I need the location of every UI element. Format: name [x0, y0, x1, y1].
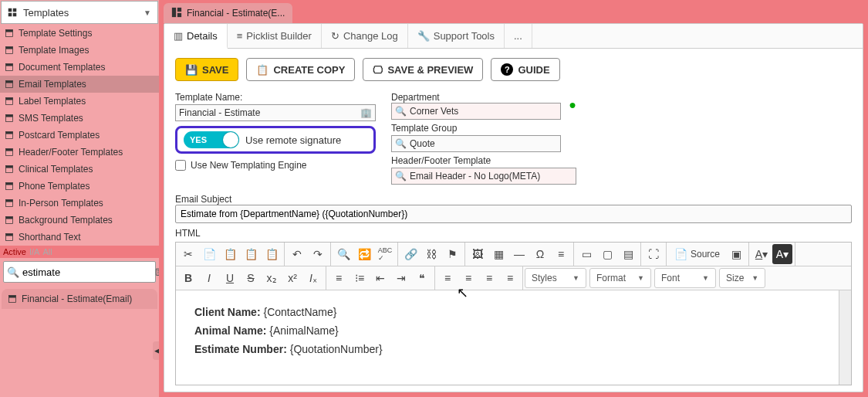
subtab-1[interactable]: ≡Picklist Builder	[228, 24, 322, 48]
font-dropdown[interactable]: Font▼	[654, 268, 716, 288]
save-preview-button[interactable]: 🖵SAVE & PREVIEW	[363, 58, 483, 81]
show-blocks-icon[interactable]: ▣	[726, 244, 746, 264]
search-box[interactable]: 🔍 ⌨	[3, 261, 156, 283]
find-icon[interactable]: 🔍	[333, 244, 353, 264]
styles-dropdown[interactable]: Styles▼	[525, 268, 586, 288]
svg-rect-29	[6, 234, 13, 236]
filter-active[interactable]: Active	[3, 247, 26, 256]
subtab-2[interactable]: ↻Change Log	[322, 24, 408, 48]
subject-input[interactable]	[175, 205, 852, 223]
chevron-down-icon: ▼	[144, 8, 151, 17]
italic-icon[interactable]: I	[199, 268, 219, 288]
hr-icon[interactable]: ―	[509, 244, 529, 264]
remove-format-icon[interactable]: Iₓ	[303, 268, 323, 288]
format-dropdown[interactable]: Format▼	[589, 268, 651, 288]
search-result[interactable]: Financial - Estimate(Email)	[2, 289, 157, 309]
sidebar-item-0[interactable]: Template Settings	[0, 25, 159, 42]
sidebar-item-7[interactable]: Header/Footer Templates	[0, 144, 159, 161]
template-item-icon	[5, 114, 14, 123]
sidebar: Templates ▼ Template SettingsTemplate Im…	[0, 0, 159, 397]
hf-field[interactable]: 🔍 Email Header - No Logo(META)	[391, 168, 576, 185]
underline-icon[interactable]: U	[220, 268, 240, 288]
pagebreak-icon[interactable]: ≡	[551, 244, 571, 264]
link-icon[interactable]: 🔗	[400, 244, 420, 264]
superscript-icon[interactable]: x²	[282, 268, 302, 288]
size-dropdown[interactable]: Size▼	[719, 268, 765, 288]
add-department-button[interactable]: ●	[569, 98, 576, 112]
filter-all[interactable]: All	[42, 247, 52, 256]
sidebar-item-11[interactable]: Background Templates	[0, 212, 159, 229]
template-name-field[interactable]: Financial - Estimate 🏢	[175, 104, 376, 121]
numbered-list-icon[interactable]: ≡	[329, 268, 349, 288]
template-icon[interactable]: ▤	[618, 244, 638, 264]
guide-button[interactable]: ?GUIDE	[491, 58, 559, 81]
sidebar-item-3[interactable]: Email Templates	[0, 76, 159, 93]
anchor-icon[interactable]: ⚑	[442, 244, 462, 264]
file-tab[interactable]: Financial - Estimate(E...	[164, 3, 292, 23]
sidebar-item-1[interactable]: Template Images	[0, 42, 159, 59]
paste-word-icon[interactable]: 📋	[262, 244, 282, 264]
sidebar-header[interactable]: Templates ▼	[1, 1, 158, 24]
spellcheck-icon[interactable]: ABC✓	[375, 244, 395, 264]
search-input[interactable]	[19, 265, 155, 280]
template-item-icon	[5, 63, 14, 72]
bg-color-icon[interactable]: A▾	[772, 244, 792, 264]
group-field[interactable]: 🔍 Quote	[391, 135, 561, 152]
template-item-icon	[5, 182, 14, 191]
filter-ia[interactable]: I/A	[29, 247, 39, 256]
paste-icon[interactable]: 📋	[220, 244, 240, 264]
subtab-0[interactable]: ▥Details	[164, 24, 228, 49]
justify-icon[interactable]: ≡	[500, 268, 520, 288]
subscript-icon[interactable]: x₂	[262, 268, 282, 288]
special-char-icon[interactable]: Ω	[530, 244, 550, 264]
sidebar-item-9[interactable]: Phone Templates	[0, 178, 159, 195]
unlink-icon[interactable]: ⛓	[421, 244, 441, 264]
subtab-4[interactable]: ...	[505, 24, 532, 48]
copy-icon[interactable]: 📄	[199, 244, 219, 264]
sidebar-item-4[interactable]: Label Templates	[0, 93, 159, 110]
department-field[interactable]: 🔍 Corner Vets	[391, 103, 561, 120]
maximize-icon[interactable]: ⛶	[643, 244, 664, 264]
outdent-icon[interactable]: ⇤	[370, 268, 390, 288]
svg-rect-23	[6, 183, 13, 185]
sidebar-item-2[interactable]: Document Templates	[0, 59, 159, 76]
text-color-icon[interactable]: A▾	[751, 244, 772, 264]
align-left-icon[interactable]: ≡	[437, 268, 458, 288]
strike-icon[interactable]: S	[241, 268, 261, 288]
blockquote-icon[interactable]: ❝	[412, 268, 432, 288]
editor-content[interactable]: Client Name: {ContactName} Animal Name: …	[176, 290, 839, 385]
source-button[interactable]: 📄Source	[669, 244, 725, 264]
iframe-icon[interactable]: ▢	[597, 244, 617, 264]
sidebar-item-12[interactable]: Shorthand Text	[0, 229, 159, 246]
undo-icon[interactable]: ↶	[287, 244, 307, 264]
sidebar-item-10[interactable]: In-Person Templates	[0, 195, 159, 212]
template-item-icon	[5, 148, 14, 157]
bold-icon[interactable]: B	[178, 268, 198, 288]
toggle-label: Use remote signature	[245, 134, 341, 146]
redo-icon[interactable]: ↷	[308, 244, 328, 264]
sidebar-item-5[interactable]: SMS Templates	[0, 110, 159, 127]
new-engine-checkbox[interactable]	[175, 160, 186, 171]
bullet-list-icon[interactable]: ⁝≡	[350, 268, 370, 288]
image-icon[interactable]: 🖼	[468, 244, 488, 264]
remote-signature-toggle[interactable]: YES	[184, 131, 239, 148]
indent-icon[interactable]: ⇥	[391, 268, 411, 288]
sidebar-header-label: Templates	[23, 7, 69, 19]
templates-icon	[8, 8, 17, 17]
new-engine-row[interactable]: Use New Templating Engine	[175, 160, 376, 171]
sidebar-item-8[interactable]: Clinical Templates	[0, 161, 159, 178]
cut-icon[interactable]: ✂	[178, 244, 198, 264]
paste-text-icon[interactable]: 📋	[241, 244, 261, 264]
building-icon[interactable]: 🏢	[360, 107, 372, 118]
align-right-icon[interactable]: ≡	[479, 268, 499, 288]
table-icon[interactable]: ▦	[488, 244, 508, 264]
group-label: Template Group	[391, 123, 576, 134]
sidebar-item-6[interactable]: Postcard Templates	[0, 127, 159, 144]
div-icon[interactable]: ▭	[576, 244, 596, 264]
save-button[interactable]: 💾SAVE	[175, 58, 238, 81]
align-center-icon[interactable]: ≡	[458, 268, 478, 288]
vertical-scrollbar[interactable]	[839, 290, 851, 385]
subtab-3[interactable]: 🔧Support Tools	[408, 24, 505, 48]
replace-icon[interactable]: 🔁	[354, 244, 374, 264]
create-copy-button[interactable]: 📋CREATE COPY	[246, 58, 355, 81]
